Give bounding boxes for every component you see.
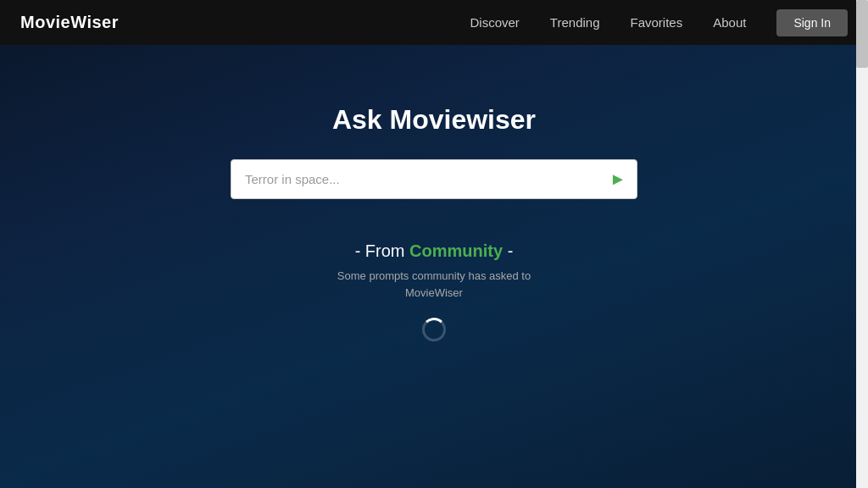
community-highlight: Community (409, 241, 503, 260)
signin-button[interactable]: Sign In (776, 9, 848, 36)
brand-logo: MovieWiser (20, 13, 119, 32)
community-prefix: - From (355, 241, 409, 260)
scrollbar[interactable] (856, 0, 868, 488)
nav-links: Discover Trending Favorites About Sign I… (470, 9, 849, 36)
search-input[interactable] (231, 159, 637, 199)
page-title: Ask Moviewiser (332, 104, 536, 136)
nav-link-discover[interactable]: Discover (470, 15, 520, 30)
community-suffix: - (503, 241, 513, 260)
community-subtitle: Some prompts community has asked to Movi… (337, 268, 531, 301)
nav-link-trending[interactable]: Trending (550, 15, 600, 30)
search-arrow-icon: ► (609, 169, 626, 189)
community-title: - From Community - (337, 241, 531, 261)
scrollbar-thumb[interactable] (856, 0, 868, 68)
search-button[interactable]: ► (598, 159, 637, 199)
community-section: - From Community - Some prompts communit… (337, 241, 531, 341)
main-content: Ask Moviewiser ► - From Community - Some… (0, 45, 868, 341)
navbar: MovieWiser Discover Trending Favorites A… (0, 0, 868, 45)
loading-spinner (422, 318, 446, 341)
search-container: ► (231, 159, 637, 199)
nav-link-favorites[interactable]: Favorites (631, 15, 683, 30)
nav-link-about[interactable]: About (713, 15, 746, 30)
